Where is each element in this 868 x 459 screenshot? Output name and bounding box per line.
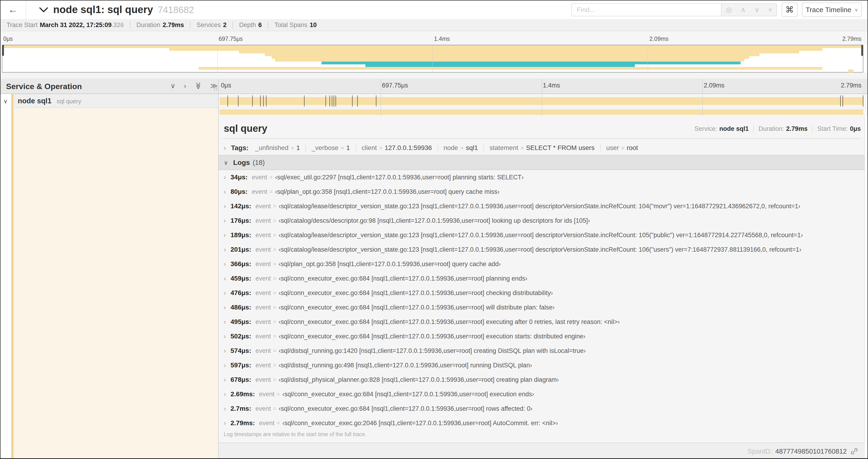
logs-section-header[interactable]: ∨ Logs (18) [219, 155, 865, 170]
minimap-span-bar [198, 67, 823, 70]
chevron-right-icon[interactable]: › [224, 174, 226, 181]
prev-match-icon[interactable]: ∧ [741, 6, 746, 13]
log-field-name: event [255, 304, 271, 311]
chevron-down-icon: ∨ [855, 7, 858, 12]
log-value: ‹sql/distsql_running.go:1420 [nsql1,clie… [279, 347, 586, 355]
chevron-right-icon[interactable]: › [224, 144, 226, 152]
tag-item: statement = SELECT * FROM users [484, 144, 594, 152]
chevron-right-icon[interactable]: › [224, 420, 226, 427]
log-equals: = [273, 218, 276, 224]
timeline-gridline [380, 79, 381, 116]
column-resizer[interactable]: || [214, 84, 218, 91]
trace-view-selector[interactable]: Trace Timeline ∨ [802, 3, 862, 17]
span-bar-row[interactable] [219, 94, 868, 108]
chevron-right-icon[interactable]: › [224, 347, 226, 355]
chevron-right-icon[interactable]: › [224, 203, 226, 210]
detail-summary: Service: node sql1 Duration: 2.79ms Star… [694, 125, 861, 132]
deep-link-icon[interactable] [850, 447, 859, 456]
span-service-name[interactable]: node sql1sql query [18, 97, 81, 105]
clear-find-icon[interactable]: × [768, 6, 772, 13]
chevron-right-icon[interactable]: › [224, 289, 226, 297]
chevron-right-icon[interactable]: › [224, 391, 226, 398]
chevron-right-icon[interactable]: › [224, 333, 226, 340]
trace-collapse-icon[interactable] [39, 7, 48, 13]
log-equals: = [273, 247, 276, 253]
next-match-icon[interactable]: ∨ [754, 6, 760, 13]
log-row[interactable]: › 678μs: event = ‹sql/distsql_physical_p… [224, 372, 861, 387]
tick-label: 697.75μs [382, 82, 408, 89]
minimap-gridline [648, 45, 648, 72]
tags-row[interactable]: › Tags: _unfinished = 1 _verbose = 1 cli… [224, 141, 861, 155]
log-marker-tick [357, 95, 358, 107]
log-row[interactable]: › 142μs: event = ‹sql/catalog/lease/desc… [224, 199, 861, 214]
chevron-right-icon[interactable]: › [224, 261, 226, 268]
log-row[interactable]: › 459μs: event = ‹sql/conn_executor_exec… [224, 271, 861, 286]
log-row[interactable]: › 34μs: event = ‹sql/exec_util.go:2297 [… [224, 170, 861, 185]
minimap-span-bar [169, 48, 822, 51]
find-input[interactable] [571, 3, 721, 16]
log-row[interactable]: › 495μs: event = ‹sql/conn_executor_exec… [224, 315, 861, 329]
column-divider[interactable] [218, 78, 219, 459]
collapse-all-icon[interactable]: ≫ [195, 82, 202, 89]
tag-value: SELECT * FROM users [526, 144, 594, 152]
viewport-scrubber-right[interactable] [861, 45, 863, 56]
log-timestamp: 176μs: [230, 217, 251, 224]
log-row[interactable]: › 2.69ms: event = ‹sql/conn_executor_exe… [224, 387, 861, 401]
log-row[interactable]: › 476μs: event = ‹sql/conn_executor_exec… [224, 286, 861, 300]
span-row-left[interactable]: ∨ node sql1sql query [0, 94, 218, 108]
log-equals: = [273, 405, 276, 412]
page-title[interactable]: node sql1: sql query7418682 [53, 4, 194, 15]
tags-label: Tags: [231, 144, 248, 152]
log-row[interactable]: › 2.79ms: event = ‹sql/conn_executor_exe… [224, 416, 861, 430]
log-row[interactable]: › 176μs: event = ‹sql/catalog/descs/desc… [224, 214, 861, 228]
log-row[interactable]: › 2.7ms: event = ‹sql/conn_executor_exec… [224, 401, 861, 416]
log-timestamp: 2.79ms: [230, 419, 255, 427]
log-equals: = [273, 348, 276, 354]
log-timestamp: 597μs: [230, 362, 251, 369]
keyboard-shortcuts-button[interactable]: ⌘ [782, 3, 798, 17]
log-row[interactable]: › 486μs: event = ‹sql/conn_executor_exec… [224, 300, 861, 315]
chevron-down-icon[interactable]: ∨ [224, 159, 228, 166]
chevron-right-icon[interactable]: › [224, 275, 226, 282]
log-marker-tick [336, 95, 336, 107]
log-row[interactable]: › 80μs: event = ‹sql/plan_opt.go:358 [ns… [224, 185, 861, 199]
span-collapse-icon[interactable]: ∨ [3, 98, 8, 105]
chevron-right-icon[interactable]: › [224, 318, 226, 326]
trace-view-page: ← node sql1: sql query7418682 ◎ ∧ ∨ × ⌘ … [0, 0, 868, 459]
collapse-one-icon[interactable]: ∨ [170, 82, 176, 89]
log-timestamp: 189μs: [230, 231, 251, 239]
trace-timeline-minimap[interactable] [2, 45, 863, 72]
viewport-scrubber-left[interactable] [2, 45, 4, 56]
log-marker-tick [260, 95, 260, 107]
log-row[interactable]: › 502μs: event = ‹sql/conn_executor_exec… [224, 329, 861, 343]
trace-meta-item: Depth 6 [232, 22, 262, 29]
trace-meta-item: Services 2 [190, 22, 226, 29]
log-row[interactable]: › 597μs: event = ‹sql/distsql_running.go… [224, 358, 861, 372]
expand-one-icon[interactable]: › [184, 82, 186, 89]
match-highlight-icon[interactable]: ◎ [726, 6, 732, 13]
chevron-right-icon[interactable]: › [224, 232, 226, 239]
log-field-name: event [255, 246, 271, 253]
chevron-right-icon[interactable]: › [224, 246, 226, 253]
detail-title-row: sql query Service: node sql1 Duration: 2… [224, 123, 861, 136]
tag-item: user = root [600, 144, 638, 152]
logs-note: Log timestamps are relative to the start… [224, 431, 366, 437]
timeline-gridline [702, 79, 703, 116]
log-row[interactable]: › 189μs: event = ‹sql/catalog/lease/desc… [224, 228, 861, 242]
span-id-label: SpanID: [748, 448, 772, 455]
summary-value: node sql1 [719, 125, 749, 132]
chevron-right-icon[interactable]: › [224, 405, 226, 412]
log-row[interactable]: › 201μs: event = ‹sql/catalog/lease/desc… [224, 242, 861, 257]
chevron-right-icon[interactable]: › [224, 304, 226, 311]
back-button[interactable]: ← [0, 0, 26, 19]
log-row[interactable]: › 366μs: event = ‹sql/plan_opt.go:358 [n… [224, 257, 861, 271]
chevron-right-icon[interactable]: › [224, 217, 226, 224]
log-equals: = [273, 333, 276, 339]
log-row[interactable]: › 574μs: event = ‹sql/distsql_running.go… [224, 343, 861, 358]
log-field-name: event [255, 333, 271, 340]
chevron-right-icon[interactable]: › [224, 376, 226, 384]
log-timestamp: 486μs: [230, 304, 251, 311]
log-marker-tick [263, 95, 264, 107]
chevron-right-icon[interactable]: › [224, 188, 226, 195]
chevron-right-icon[interactable]: › [224, 362, 226, 369]
